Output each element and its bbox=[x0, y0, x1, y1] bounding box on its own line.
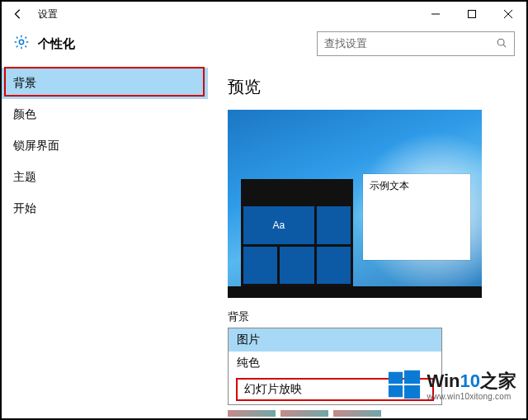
tile bbox=[280, 247, 314, 285]
gear-icon bbox=[13, 34, 30, 54]
start-menu-preview: Aa bbox=[241, 179, 353, 286]
tile bbox=[317, 206, 351, 244]
background-label: 背景 bbox=[228, 309, 515, 324]
main: 预览 Aa 示例文本 背景 bbox=[208, 64, 526, 417]
svg-line-4 bbox=[503, 45, 506, 47]
tile-sample: Aa bbox=[243, 206, 314, 244]
body: 背景 颜色 锁屏界面 主题 开始 预览 Aa bbox=[2, 64, 526, 417]
sidebar-item-label: 开始 bbox=[13, 201, 36, 215]
thumbnail[interactable] bbox=[280, 410, 328, 417]
dropdown-option-label: 图片 bbox=[237, 333, 260, 346]
window-title: 设置 bbox=[38, 7, 58, 21]
svg-point-3 bbox=[497, 39, 504, 45]
preview-title: 预览 bbox=[228, 76, 515, 98]
tile bbox=[317, 247, 351, 285]
back-button[interactable] bbox=[7, 2, 30, 26]
annotation-highlight: 幻灯片放映 bbox=[236, 378, 434, 401]
sidebar-item-colors[interactable]: 颜色 bbox=[2, 99, 208, 130]
desktop-preview: Aa 示例文本 bbox=[228, 110, 482, 298]
header: 个性化 查找设置 bbox=[2, 26, 526, 64]
dropdown-option-label: 幻灯片放映 bbox=[238, 380, 432, 399]
dropdown-option-slideshow[interactable]: 幻灯片放映 bbox=[229, 375, 441, 404]
dropdown-option-label: 纯色 bbox=[237, 356, 260, 369]
search-placeholder: 查找设置 bbox=[324, 36, 367, 51]
sidebar-item-themes[interactable]: 主题 bbox=[2, 162, 208, 193]
titlebar: 设置 bbox=[2, 2, 526, 26]
settings-window: 设置 个性化 查找设置 bbox=[0, 0, 528, 420]
sidebar-item-label: 锁屏界面 bbox=[13, 139, 59, 152]
sidebar-item-label: 背景 bbox=[13, 76, 36, 89]
thumbnail[interactable] bbox=[228, 410, 276, 417]
sidebar: 背景 颜色 锁屏界面 主题 开始 bbox=[2, 64, 208, 417]
sidebar-item-background[interactable]: 背景 bbox=[2, 68, 208, 99]
svg-point-2 bbox=[19, 40, 23, 44]
dropdown-option-picture[interactable]: 图片 bbox=[229, 328, 441, 352]
taskbar-preview bbox=[228, 286, 482, 298]
sidebar-item-start[interactable]: 开始 bbox=[2, 193, 208, 224]
background-dropdown[interactable]: 图片 纯色 幻灯片放映 bbox=[228, 328, 442, 405]
sidebar-item-label: 主题 bbox=[13, 170, 36, 183]
minimize-button[interactable] bbox=[417, 2, 454, 26]
thumbnail[interactable] bbox=[333, 410, 381, 417]
svg-rect-1 bbox=[469, 11, 476, 18]
page-title: 个性化 bbox=[38, 36, 75, 52]
close-button[interactable] bbox=[490, 2, 526, 26]
dropdown-option-solid[interactable]: 纯色 bbox=[229, 352, 441, 375]
sample-window: 示例文本 bbox=[363, 174, 470, 260]
search-input[interactable]: 查找设置 bbox=[317, 31, 515, 56]
tile bbox=[243, 247, 277, 285]
maximize-button[interactable] bbox=[454, 2, 490, 26]
search-icon bbox=[496, 37, 507, 51]
window-controls bbox=[417, 2, 526, 26]
thumbnail-row bbox=[228, 410, 515, 417]
sample-window-text: 示例文本 bbox=[370, 180, 409, 191]
sidebar-item-label: 颜色 bbox=[13, 107, 36, 120]
sidebar-item-lockscreen[interactable]: 锁屏界面 bbox=[2, 130, 208, 162]
